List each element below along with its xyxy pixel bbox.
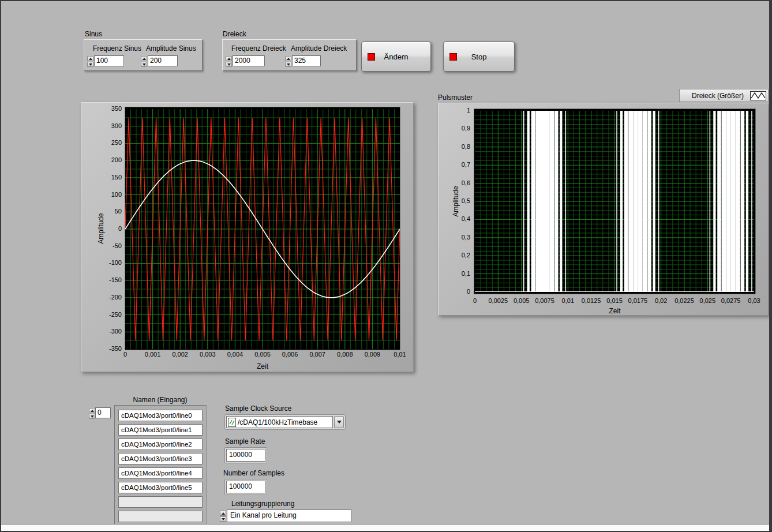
aendern-button-label: Ändern [384,53,409,61]
leitungsgruppierung-ring[interactable]: Ein Kanal pro Leitung [227,509,351,522]
frequenz-sinus-input[interactable]: 100 [94,55,124,66]
dreieck-group-title: Dreieck [223,30,246,38]
amplitude-dreieck-spinner[interactable] [285,56,291,67]
increment-icon[interactable] [89,408,95,413]
channel-name-field[interactable] [118,496,203,508]
dropdown-arrow-icon[interactable] [334,416,344,428]
tick-label: -50 [81,242,122,249]
channel-index-spinner[interactable] [89,408,95,419]
tick-label: 100 [81,191,122,198]
frequenz-dreieck-spinner[interactable] [226,56,232,67]
tick-label: 1 [439,107,470,114]
tick-label: 0 [81,225,122,232]
increment-icon[interactable] [285,56,291,61]
analog-waveform-plot [125,107,400,350]
sample-rate-label: Sample Rate [225,437,265,445]
tick-label: 0,3 [439,234,470,241]
leitungsgruppierung-spinner[interactable] [220,511,226,522]
tick-label: 0,005 [514,297,530,304]
tick-label: 0,008 [337,351,353,358]
aendern-button[interactable]: Ändern [361,42,431,72]
tick-label: 0,009 [365,351,381,358]
sinus-group-title: Sinus [85,30,102,38]
tick-label: 0,6 [439,179,470,186]
tick-label: 0,02 [655,297,667,304]
frequenz-sinus-label: Frequenz Sinus [93,44,141,53]
stop-button[interactable]: Stop [443,42,515,72]
tick-label: 0,01 [562,297,574,304]
amplitude-sinus-spinner[interactable] [141,56,147,67]
front-panel: Sinus Frequenz Sinus 100 Amplitude Sinus… [1,1,769,524]
sample-clock-source-combo[interactable]: /cDAQ1/100kHzTimebase [224,414,346,430]
stop-button-label: Stop [471,53,487,61]
number-of-samples-label: Number of Samples [223,469,284,477]
tick-label: 0,2 [439,252,470,258]
number-of-samples-input[interactable]: 100000 [226,481,265,493]
window-bottom-strip [1,524,769,531]
channel-name-field[interactable]: cDAQ1Mod3/port0/line2 [118,439,203,450]
decrement-icon[interactable] [285,62,291,67]
app-window: Sinus Frequenz Sinus 100 Amplitude Sinus… [0,0,772,532]
increment-icon[interactable] [87,56,93,61]
frequenz-dreieck-label: Frequenz Dreieck [231,44,286,53]
decrement-icon[interactable] [141,62,147,67]
tick-label: -350 [81,345,122,352]
red-square-icon [449,53,457,61]
sample-rate-frame: 100000 [224,447,267,463]
tick-label: 0,0075 [535,297,554,304]
sample-clock-source-value: /cDAQ1/100kHzTimebase [238,418,317,426]
tick-label: 0,0175 [628,297,648,304]
increment-icon[interactable] [226,56,232,61]
tick-label: 0,4 [439,215,470,222]
channel-index-input[interactable]: 0 [95,407,111,418]
channel-name-field[interactable] [118,511,203,522]
increment-icon[interactable] [220,511,226,516]
sample-clock-source-field[interactable]: /cDAQ1/100kHzTimebase [226,416,333,428]
decrement-icon[interactable] [87,62,93,67]
tick-label: 0 [439,288,470,295]
frequenz-dreieck-input[interactable]: 2000 [233,55,265,66]
frequenz-sinus-spinner[interactable] [87,56,93,67]
tick-label: 0,1 [439,270,470,277]
tick-label: 0,0025 [489,297,508,304]
analog-x-axis-label: Zeit [125,362,400,370]
tick-label: 0,9 [439,125,470,132]
decrement-icon[interactable] [89,414,95,419]
pulse-pattern-plot [474,108,756,294]
triangle-waveform-icon [750,91,766,100]
channel-name-array: cDAQ1Mod3/port0/line0cDAQ1Mod3/port0/lin… [114,405,207,524]
tick-label: 0 [123,351,127,358]
io-terminal-icon [228,418,236,427]
red-square-icon [368,53,375,61]
channel-name-field[interactable]: cDAQ1Mod3/port0/line0 [118,410,203,421]
sample-rate-input[interactable]: 100000 [226,449,265,462]
plot-legend[interactable]: Dreieck (Größer) [679,89,769,102]
tick-label: -250 [81,311,122,318]
tick-label: 0,025 [700,297,716,304]
pulse-x-axis-label: Zeit [474,307,756,315]
tick-label: 0,7 [439,161,470,168]
tick-label: 0,0225 [674,297,694,304]
channel-name-field[interactable]: cDAQ1Mod3/port0/line5 [118,482,203,493]
tick-label: 50 [81,208,122,215]
tick-label: 350 [81,105,122,112]
tick-label: 0 [473,297,477,304]
amplitude-dreieck-label: Amplitude Dreieck [291,44,347,53]
amplitude-sinus-label: Amplitude Sinus [146,44,196,53]
decrement-icon[interactable] [220,516,226,522]
tick-label: -100 [81,259,122,266]
tick-label: -300 [81,328,122,335]
channel-name-field[interactable]: cDAQ1Mod3/port0/line4 [118,467,203,479]
amplitude-sinus-input[interactable]: 200 [148,55,178,66]
channel-name-field[interactable]: cDAQ1Mod3/port0/line3 [118,453,203,464]
decrement-icon[interactable] [226,62,232,67]
amplitude-dreieck-input[interactable]: 325 [292,55,321,66]
channel-name-field[interactable]: cDAQ1Mod3/port0/line1 [118,424,203,436]
tick-label: 0,003 [200,351,216,358]
namen-eingang-label: Namen (Eingang) [114,396,206,404]
tick-label: -150 [81,276,122,283]
tick-label: 200 [81,156,122,163]
increment-icon[interactable] [141,56,147,61]
pulsmuster-title: Pulsmuster [438,93,473,102]
legend-label: Dreieck (Größer) [685,92,750,100]
